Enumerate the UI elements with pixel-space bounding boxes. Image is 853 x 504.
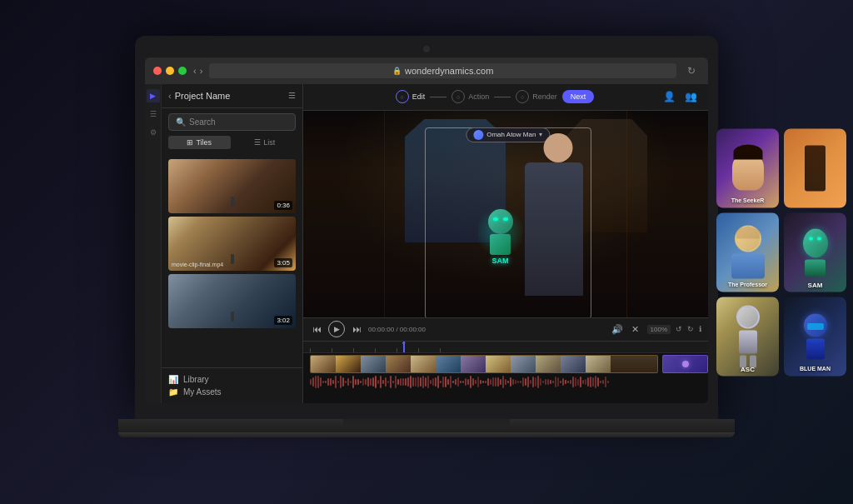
library-label: Library	[183, 375, 209, 384]
waveform-bar	[450, 376, 451, 387]
waveform-bar	[430, 380, 431, 385]
timeline[interactable]	[303, 341, 708, 403]
waveform-bar	[600, 381, 601, 383]
media-tile-2[interactable]: movie-clip-final.mp4 3:05	[168, 217, 296, 271]
skip-back-button[interactable]: ⏮	[310, 322, 323, 336]
frame-12	[586, 356, 611, 372]
frame-7	[461, 356, 486, 372]
sidebar-title-row: ‹ Project Name	[168, 91, 230, 101]
ruler-tick-5	[397, 348, 397, 352]
waveform-bar	[415, 377, 417, 386]
tiles-view-button[interactable]: ⊞ Tiles	[168, 136, 231, 149]
time-total: 00:00:00	[400, 326, 426, 333]
info-icon[interactable]: ℹ	[699, 325, 701, 333]
sam-card-body	[805, 259, 826, 276]
character-card-sam[interactable]: SAM	[784, 212, 846, 292]
laptop: ‹ › 🔒 wonderdynamics.com ↻ ▶ ☰ ⚙	[102, 36, 751, 469]
search-input-box[interactable]: 🔍 Search	[168, 113, 296, 131]
waveform-bar	[540, 378, 541, 387]
forward-nav-icon[interactable]: ›	[200, 66, 203, 76]
user-plus-icon[interactable]: 👥	[683, 88, 700, 105]
waveform-bar	[562, 378, 564, 386]
waveform-bar	[467, 379, 469, 385]
waveform-bar	[377, 380, 379, 385]
sidebar-assets-item[interactable]: 📁 My Assets	[168, 387, 296, 397]
waveform-bar	[597, 377, 599, 387]
waveform-bar	[320, 377, 322, 387]
list-icon: ☰	[254, 138, 261, 147]
character-card-professor[interactable]: The Professor	[716, 212, 779, 292]
character-card-dark[interactable]	[784, 128, 846, 207]
sam-character-overlay: SAM	[473, 209, 527, 276]
waveform-bar	[470, 376, 471, 387]
mute-icon[interactable]: ✕	[629, 322, 642, 336]
waveform-bar	[577, 379, 579, 386]
refresh-icon[interactable]: ↻	[683, 62, 700, 79]
purple-dot	[682, 361, 689, 367]
video-tool-icon[interactable]: ▶	[147, 89, 160, 102]
character-card-asc[interactable]: ASC	[716, 297, 779, 376]
blue-body	[806, 338, 825, 359]
character-card-seeker[interactable]: The SeekeR	[716, 128, 779, 207]
close-button[interactable]	[153, 67, 162, 75]
list-view-button[interactable]: ☰ List	[234, 136, 297, 149]
media-tile-3[interactable]: 3:02	[168, 274, 296, 328]
sidebar-header: ‹ Project Name ☰	[162, 84, 302, 108]
traffic-lights	[153, 67, 187, 75]
ruler-tick-2	[332, 348, 332, 352]
waveform-bar	[370, 378, 372, 385]
waveform-bar	[487, 378, 489, 386]
volume-icon[interactable]: 🔊	[611, 322, 624, 336]
zoom-level[interactable]: 100%	[647, 325, 671, 334]
waveform-bar	[520, 381, 521, 383]
sidebar-menu-icon[interactable]: ☰	[288, 91, 296, 100]
waveform-bar	[330, 378, 332, 386]
settings-tool-icon[interactable]: ⚙	[147, 126, 160, 139]
address-bar[interactable]: 🔒 wonderdynamics.com	[209, 63, 676, 78]
waveform-bar	[310, 379, 312, 385]
character-card-blueman[interactable]: BLUE MAN	[784, 297, 846, 376]
video-area[interactable]: Omah Atow Man ▾	[303, 111, 708, 317]
seeker-card-label: The SeekeR	[716, 197, 779, 204]
media-tiles: 0:36 movie-clip-final.mp4 3:05	[162, 154, 302, 367]
user-icon[interactable]: 👤	[661, 88, 678, 105]
waveform-bar	[347, 378, 349, 386]
timeline-character-clip[interactable]	[662, 355, 708, 373]
minimize-button[interactable]	[166, 67, 174, 75]
timeline-main-clip[interactable]	[310, 355, 658, 373]
timeline-playhead[interactable]	[403, 342, 405, 352]
back-nav-icon[interactable]: ‹	[193, 66, 197, 76]
redo-icon[interactable]: ↻	[687, 325, 694, 333]
assets-icon: 📁	[168, 387, 178, 397]
media-tile-1[interactable]: 0:36	[168, 159, 296, 213]
frame-3	[361, 356, 386, 372]
play-button[interactable]: ▶	[328, 321, 345, 337]
sidebar-back-icon[interactable]: ‹	[168, 91, 172, 101]
waveform-bar	[397, 379, 399, 386]
waveform-bar	[340, 376, 342, 387]
waveform-bar	[345, 381, 347, 383]
waveform-bar	[557, 377, 559, 386]
browser-chrome: ‹ › 🔒 wonderdynamics.com ↻	[145, 57, 708, 84]
view-toggle: ⊞ Tiles ☰ List	[162, 136, 302, 154]
waveform-bar	[335, 376, 337, 388]
frame-2	[336, 356, 361, 372]
waveform-bar	[422, 376, 424, 388]
next-button[interactable]: Next	[562, 90, 595, 103]
waveform-bar	[497, 377, 499, 387]
waveform-bar	[532, 377, 534, 387]
waveform-bar	[507, 381, 509, 382]
waveform-bar	[350, 381, 352, 383]
waveform-bar	[382, 380, 384, 384]
search-placeholder: Search	[189, 117, 216, 127]
skip-forward-button[interactable]: ⏭	[350, 322, 363, 336]
waveform-bar	[490, 379, 491, 385]
undo-icon[interactable]: ↺	[676, 325, 682, 333]
layers-tool-icon[interactable]: ☰	[147, 107, 160, 121]
waveform-bar	[352, 376, 354, 388]
video-controls: ⏮ ▶ ⏭ 00:00:00 / 00:00:00 🔊 ✕ 100%	[303, 317, 708, 341]
sidebar-library-item[interactable]: 📊 Library	[168, 375, 296, 384]
maximize-button[interactable]	[178, 67, 187, 75]
waveform-bar	[505, 379, 506, 384]
laptop-camera-bar	[145, 46, 708, 52]
